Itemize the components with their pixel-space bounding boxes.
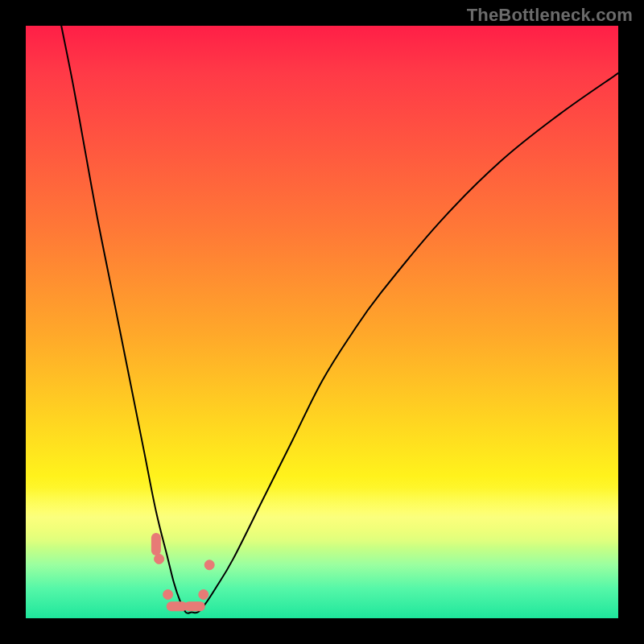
plot-area [26, 26, 618, 618]
curve-path [61, 26, 618, 613]
curve-marker [184, 601, 205, 611]
curve-marker [163, 590, 173, 600]
curve-marker [199, 590, 208, 600]
curve-marker [155, 554, 164, 564]
watermark-text: TheBottleneck.com [467, 5, 633, 26]
curve-marker [204, 560, 214, 570]
curve-marker [151, 533, 161, 555]
marker-layer [151, 533, 214, 611]
bottleneck-curve [26, 26, 618, 618]
chart-frame: TheBottleneck.com [0, 0, 644, 644]
